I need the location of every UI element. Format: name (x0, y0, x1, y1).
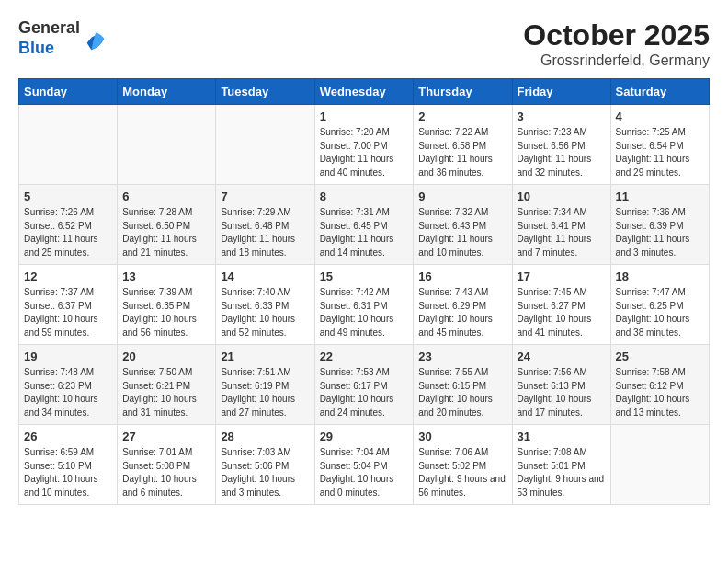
day-info: Sunrise: 7:43 AM Sunset: 6:29 PM Dayligh… (418, 286, 506, 339)
day-info: Sunrise: 7:32 AM Sunset: 6:43 PM Dayligh… (418, 206, 506, 259)
calendar-cell: 26Sunrise: 6:59 AM Sunset: 5:10 PM Dayli… (19, 425, 118, 505)
calendar-cell: 27Sunrise: 7:01 AM Sunset: 5:08 PM Dayli… (118, 425, 216, 505)
calendar-cell: 14Sunrise: 7:40 AM Sunset: 6:33 PM Dayli… (216, 265, 314, 345)
logo-text: General Blue (18, 18, 80, 58)
weekday-header-thursday: Thursday (414, 79, 512, 105)
day-number: 14 (221, 270, 309, 283)
weekday-header-friday: Friday (512, 79, 610, 105)
day-number: 31 (518, 430, 606, 443)
calendar-cell (19, 105, 118, 185)
location: Grossrinderfeld, Germany (523, 52, 710, 69)
calendar-cell: 10Sunrise: 7:34 AM Sunset: 6:41 PM Dayli… (512, 185, 610, 265)
calendar-cell: 28Sunrise: 7:03 AM Sunset: 5:06 PM Dayli… (216, 425, 314, 505)
day-number: 2 (418, 109, 506, 123)
day-number: 30 (418, 430, 506, 443)
calendar-cell: 20Sunrise: 7:50 AM Sunset: 6:21 PM Dayli… (118, 345, 216, 425)
day-info: Sunrise: 7:25 AM Sunset: 6:54 PM Dayligh… (616, 126, 704, 179)
day-number: 11 (616, 190, 704, 203)
day-number: 6 (122, 190, 210, 203)
weekday-header-sunday: Sunday (19, 79, 118, 105)
calendar-week-row: 12Sunrise: 7:37 AM Sunset: 6:37 PM Dayli… (19, 265, 710, 345)
day-number: 8 (320, 190, 409, 203)
logo-blue: Blue (18, 39, 54, 57)
day-info: Sunrise: 7:06 AM Sunset: 5:02 PM Dayligh… (418, 446, 506, 500)
day-number: 27 (122, 430, 210, 443)
day-info: Sunrise: 7:39 AM Sunset: 6:35 PM Dayligh… (122, 286, 210, 339)
calendar-cell: 23Sunrise: 7:55 AM Sunset: 6:15 PM Dayli… (414, 345, 512, 425)
month-title: October 2025 (523, 18, 710, 52)
weekday-header-wednesday: Wednesday (314, 79, 414, 105)
calendar-cell: 3Sunrise: 7:23 AM Sunset: 6:56 PM Daylig… (512, 105, 610, 185)
calendar-week-row: 19Sunrise: 7:48 AM Sunset: 6:23 PM Dayli… (19, 345, 710, 425)
calendar-cell: 31Sunrise: 7:08 AM Sunset: 5:01 PM Dayli… (512, 425, 610, 505)
calendar-cell: 2Sunrise: 7:22 AM Sunset: 6:58 PM Daylig… (414, 105, 512, 185)
calendar-cell: 29Sunrise: 7:04 AM Sunset: 5:04 PM Dayli… (314, 425, 414, 505)
day-number: 28 (221, 430, 309, 443)
day-info: Sunrise: 7:56 AM Sunset: 6:13 PM Dayligh… (518, 366, 606, 419)
day-info: Sunrise: 6:59 AM Sunset: 5:10 PM Dayligh… (24, 446, 112, 500)
day-info: Sunrise: 7:53 AM Sunset: 6:17 PM Dayligh… (320, 366, 409, 419)
day-number: 18 (616, 270, 704, 283)
day-number: 21 (221, 350, 309, 363)
day-info: Sunrise: 7:26 AM Sunset: 6:52 PM Dayligh… (24, 206, 112, 259)
day-info: Sunrise: 7:45 AM Sunset: 6:27 PM Dayligh… (518, 286, 606, 339)
day-info: Sunrise: 7:04 AM Sunset: 5:04 PM Dayligh… (320, 446, 409, 500)
day-number: 1 (320, 109, 409, 123)
day-info: Sunrise: 7:03 AM Sunset: 5:06 PM Dayligh… (221, 446, 309, 500)
calendar-cell: 6Sunrise: 7:28 AM Sunset: 6:50 PM Daylig… (118, 185, 216, 265)
calendar-cell: 25Sunrise: 7:58 AM Sunset: 6:12 PM Dayli… (610, 345, 709, 425)
calendar-week-row: 1Sunrise: 7:20 AM Sunset: 7:00 PM Daylig… (19, 105, 710, 185)
calendar-week-row: 5Sunrise: 7:26 AM Sunset: 6:52 PM Daylig… (19, 185, 710, 265)
page-header: General Blue October 2025 Grossrinderfel… (18, 18, 710, 69)
calendar-cell: 24Sunrise: 7:56 AM Sunset: 6:13 PM Dayli… (512, 345, 610, 425)
calendar-table: SundayMondayTuesdayWednesdayThursdayFrid… (18, 78, 710, 505)
day-info: Sunrise: 7:20 AM Sunset: 7:00 PM Dayligh… (320, 126, 409, 179)
day-number: 9 (418, 190, 506, 203)
calendar-cell: 22Sunrise: 7:53 AM Sunset: 6:17 PM Dayli… (314, 345, 414, 425)
day-info: Sunrise: 7:23 AM Sunset: 6:56 PM Dayligh… (518, 126, 606, 179)
calendar-cell: 19Sunrise: 7:48 AM Sunset: 6:23 PM Dayli… (19, 345, 118, 425)
day-number: 24 (518, 350, 606, 363)
day-info: Sunrise: 7:58 AM Sunset: 6:12 PM Dayligh… (616, 366, 704, 419)
logo-icon (83, 26, 108, 52)
calendar-cell: 1Sunrise: 7:20 AM Sunset: 7:00 PM Daylig… (314, 105, 414, 185)
day-number: 7 (221, 190, 309, 203)
day-info: Sunrise: 7:31 AM Sunset: 6:45 PM Dayligh… (320, 206, 409, 259)
calendar-cell: 7Sunrise: 7:29 AM Sunset: 6:48 PM Daylig… (216, 185, 314, 265)
calendar-cell: 5Sunrise: 7:26 AM Sunset: 6:52 PM Daylig… (19, 185, 118, 265)
calendar-cell (610, 425, 709, 505)
day-info: Sunrise: 7:29 AM Sunset: 6:48 PM Dayligh… (221, 206, 309, 259)
day-info: Sunrise: 7:40 AM Sunset: 6:33 PM Dayligh… (221, 286, 309, 339)
calendar-cell: 30Sunrise: 7:06 AM Sunset: 5:02 PM Dayli… (414, 425, 512, 505)
weekday-header-monday: Monday (118, 79, 216, 105)
day-info: Sunrise: 7:47 AM Sunset: 6:25 PM Dayligh… (616, 286, 704, 339)
calendar-cell: 17Sunrise: 7:45 AM Sunset: 6:27 PM Dayli… (512, 265, 610, 345)
day-number: 3 (518, 109, 606, 123)
day-number: 23 (418, 350, 506, 363)
calendar-cell: 13Sunrise: 7:39 AM Sunset: 6:35 PM Dayli… (118, 265, 216, 345)
day-number: 10 (518, 190, 606, 203)
calendar-cell: 16Sunrise: 7:43 AM Sunset: 6:29 PM Dayli… (414, 265, 512, 345)
calendar-cell: 12Sunrise: 7:37 AM Sunset: 6:37 PM Dayli… (19, 265, 118, 345)
calendar-cell: 15Sunrise: 7:42 AM Sunset: 6:31 PM Dayli… (314, 265, 414, 345)
calendar-cell (118, 105, 216, 185)
day-number: 12 (24, 270, 112, 283)
title-block: October 2025 Grossrinderfeld, Germany (523, 18, 710, 69)
calendar-cell: 9Sunrise: 7:32 AM Sunset: 6:43 PM Daylig… (414, 185, 512, 265)
calendar-cell (216, 105, 314, 185)
day-info: Sunrise: 7:42 AM Sunset: 6:31 PM Dayligh… (320, 286, 409, 339)
logo-general: General (18, 18, 80, 37)
calendar-cell: 8Sunrise: 7:31 AM Sunset: 6:45 PM Daylig… (314, 185, 414, 265)
weekday-header-saturday: Saturday (610, 79, 709, 105)
calendar-cell: 21Sunrise: 7:51 AM Sunset: 6:19 PM Dayli… (216, 345, 314, 425)
day-info: Sunrise: 7:51 AM Sunset: 6:19 PM Dayligh… (221, 366, 309, 419)
day-info: Sunrise: 7:37 AM Sunset: 6:37 PM Dayligh… (24, 286, 112, 339)
day-number: 26 (24, 430, 112, 443)
day-info: Sunrise: 7:28 AM Sunset: 6:50 PM Dayligh… (122, 206, 210, 259)
day-number: 17 (518, 270, 606, 283)
day-info: Sunrise: 7:48 AM Sunset: 6:23 PM Dayligh… (24, 366, 112, 419)
calendar-cell: 4Sunrise: 7:25 AM Sunset: 6:54 PM Daylig… (610, 105, 709, 185)
day-number: 29 (320, 430, 409, 443)
day-number: 22 (320, 350, 409, 363)
day-number: 15 (320, 270, 409, 283)
